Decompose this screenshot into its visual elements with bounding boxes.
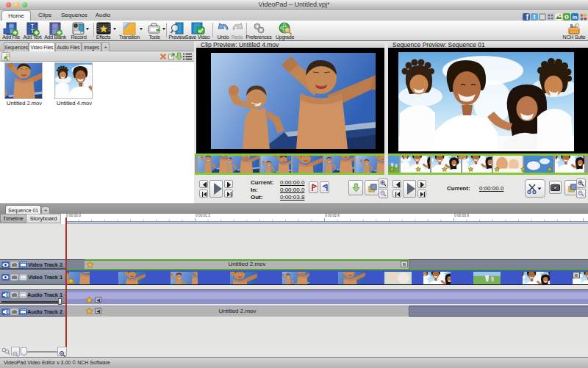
svg-text:in: in	[573, 14, 578, 21]
svg-text:T: T	[31, 24, 34, 29]
svg-text:t: t	[534, 13, 536, 21]
